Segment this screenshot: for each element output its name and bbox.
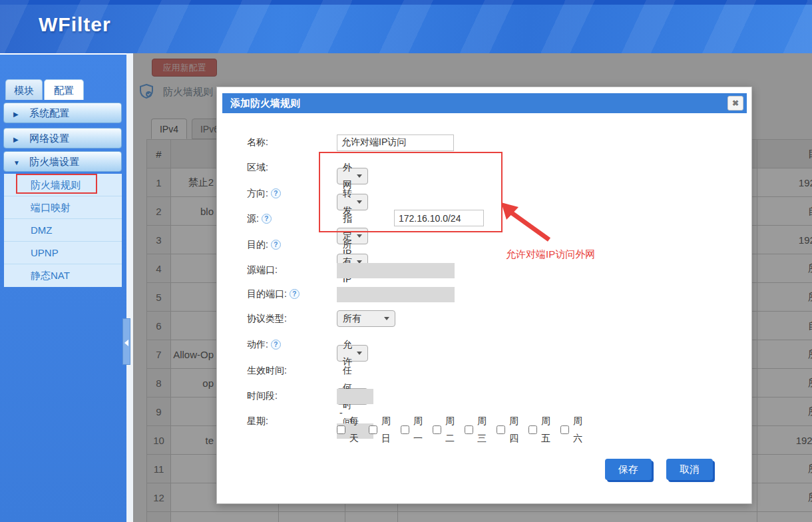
source-ip-input[interactable] (394, 210, 484, 226)
field-row-action: 动作: ? 允许 (247, 336, 311, 353)
field-row-sport: 源端口: (247, 261, 311, 278)
effective-time-label: 生效时间: (247, 362, 311, 379)
source-label: 源: (247, 213, 259, 224)
wfilter-app: WFilter 模块 配置 ▶ 系统配置 ▶ 网络设置 ▼ 防火墙设置 防火墙规… (0, 0, 812, 522)
close-button[interactable]: ✖ (727, 96, 743, 111)
rule-name-input[interactable] (337, 134, 454, 151)
period-start-input-disabled (337, 389, 373, 404)
weekday-option: 周三 (465, 412, 488, 447)
weekday-checkbox-everyday[interactable] (337, 425, 345, 435)
field-row-effective-time: 生效时间: 任何时间 (247, 362, 311, 379)
field-row-direction: 方向: ? 转发 (247, 184, 311, 202)
help-icon[interactable]: ? (271, 188, 281, 198)
sidebar-submenu: 防火墙规则 端口映射 DMZ UPNP 静态NAT (4, 174, 122, 287)
sidebar-group-firewall-settings[interactable]: ▼ 防火墙设置 (3, 151, 122, 172)
weekday-checkbox-fri[interactable] (528, 425, 537, 435)
add-firewall-rule-modal: 添加防火墙规则 ✖ 名称: 区域: 外网 方向: ? 转发 源: ? 指定IP … (216, 87, 752, 504)
protocol-label: 协议类型: (247, 310, 311, 327)
weekday-option: 每天 (337, 412, 360, 447)
weekday-checkbox-thu[interactable] (497, 425, 505, 435)
sidebar-group-label: 网络设置 (29, 132, 69, 144)
sidebar: 模块 配置 ▶ 系统配置 ▶ 网络设置 ▼ 防火墙设置 防火墙规则 端口映射 D… (0, 53, 126, 522)
dest-port-label: 目的端口: (247, 288, 287, 299)
sidebar-item-static-nat[interactable]: 静态NAT (4, 264, 122, 287)
dest-label: 目的: (247, 239, 268, 250)
chevron-right-icon: ▶ (13, 105, 27, 124)
sidebar-tab-config[interactable]: 配置 (44, 79, 84, 100)
weekday-option: 周二 (433, 412, 456, 447)
sidebar-group-system-config[interactable]: ▶ 系统配置 (3, 103, 122, 123)
sidebar-item-upnp[interactable]: UPNP (4, 242, 122, 264)
modal-header: 添加防火墙规则 ✖ (222, 93, 747, 113)
sidebar-divider (126, 53, 133, 522)
field-row-source: 源: ? 指定IP (247, 210, 311, 227)
field-row-dest: 目的: ? 所有IP (247, 236, 311, 253)
zone-label: 区域: (247, 158, 311, 176)
wfilter-logo: WFilter (39, 13, 111, 36)
sidebar-tab-modules[interactable]: 模块 (5, 79, 43, 100)
weekday-label: 星期: (247, 412, 311, 429)
banner-top-strip (0, 0, 812, 5)
chevron-left-icon (124, 340, 128, 346)
help-icon[interactable]: ? (271, 340, 281, 350)
weekday-option: 周六 (560, 412, 584, 447)
top-banner (0, 0, 812, 53)
field-row-dport: 目的端口: ? (247, 285, 311, 302)
save-button[interactable]: 保存 (605, 459, 652, 480)
sidebar-collapse-handle[interactable] (122, 318, 130, 365)
sidebar-item-port-mapping[interactable]: 端口映射 (4, 196, 122, 219)
weekday-checkbox-sat[interactable] (560, 425, 569, 435)
cancel-button[interactable]: 取消 (666, 459, 713, 480)
weekday-checkbox-tue[interactable] (433, 425, 441, 435)
field-row-period: 时间段: - (247, 387, 311, 404)
annotation-text: 允许对端IP访问外网 (506, 248, 595, 261)
field-row-zone: 区域: 外网 (247, 158, 311, 176)
sidebar-group-label: 系统配置 (29, 107, 69, 119)
field-row-weekdays: 星期: 每天 周日 周一 周二 周三 周四 周五 周六 (247, 412, 311, 429)
chevron-down-icon (384, 317, 389, 320)
sidebar-item-dmz[interactable]: DMZ (4, 219, 122, 242)
action-select[interactable]: 允许 (337, 345, 368, 362)
chevron-down-icon: ▼ (13, 153, 27, 172)
chevron-down-icon (357, 200, 362, 204)
sidebar-group-label: 防火墙设置 (29, 156, 79, 167)
field-row-name: 名称: (247, 133, 311, 150)
help-icon[interactable]: ? (271, 240, 281, 250)
close-icon: ✖ (732, 99, 739, 108)
weekday-option: 周一 (401, 412, 424, 447)
help-icon[interactable]: ? (290, 289, 300, 299)
modal-title: 添加防火墙规则 (222, 93, 747, 113)
source-port-label: 源端口: (247, 261, 311, 278)
action-label: 动作: (247, 339, 268, 350)
dest-port-input-disabled (337, 287, 455, 302)
chevron-down-icon (357, 174, 362, 178)
weekday-option: 周日 (369, 412, 392, 447)
zone-select[interactable]: 外网 (337, 168, 368, 184)
period-label: 时间段: (247, 387, 311, 404)
direction-select[interactable]: 转发 (337, 194, 368, 210)
field-row-protocol: 协议类型: 所有 (247, 310, 311, 327)
source-port-input-disabled (337, 263, 455, 278)
weekday-checkbox-wed[interactable] (465, 425, 473, 435)
weekday-checkbox-sun[interactable] (369, 425, 377, 435)
weekday-option: 周四 (497, 412, 520, 447)
direction-label: 方向: (247, 188, 268, 198)
sidebar-group-network-settings[interactable]: ▶ 网络设置 (3, 128, 122, 148)
chevron-down-icon (357, 352, 362, 355)
sidebar-item-firewall-rules[interactable]: 防火墙规则 (4, 174, 122, 196)
name-label: 名称: (247, 133, 311, 150)
chevron-right-icon: ▶ (13, 130, 27, 149)
protocol-select[interactable]: 所有 (337, 310, 395, 327)
weekday-checkbox-mon[interactable] (401, 425, 409, 435)
weekday-option: 周五 (528, 412, 552, 447)
help-icon[interactable]: ? (262, 214, 272, 224)
